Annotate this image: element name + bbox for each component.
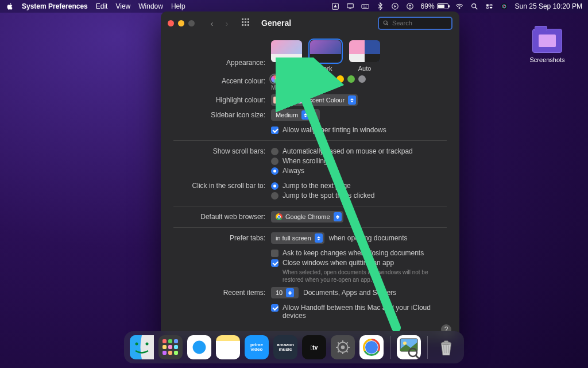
folder-icon [532, 29, 562, 53]
menubar-app-name[interactable]: System Preferences [22, 2, 88, 10]
spotlight-icon[interactable] [470, 2, 478, 10]
svg-rect-14 [489, 5, 492, 6]
accent-red[interactable] [315, 75, 322, 83]
svg-point-17 [501, 3, 507, 10]
battery-status[interactable]: 69% [421, 2, 448, 10]
svg-point-11 [471, 4, 475, 8]
svg-line-21 [387, 24, 388, 25]
control-center-icon[interactable] [485, 2, 493, 10]
click-scroll-label: Click in the scroll bar to: [173, 180, 271, 190]
svg-point-24 [136, 343, 138, 346]
dock-system-settings[interactable] [331, 335, 355, 359]
menubar: System Preferences Edit View Window Help… [0, 0, 588, 13]
back-button[interactable]: ‹ [206, 18, 218, 28]
menu-window[interactable]: Window [138, 2, 163, 10]
search-icon [382, 20, 389, 26]
dock-safari[interactable] [187, 335, 211, 359]
tabs-label: Prefer tabs: [173, 232, 271, 242]
svg-rect-13 [486, 5, 488, 6]
click-scroll-nextpage[interactable]: Jump to the next page [271, 182, 447, 190]
close-button[interactable] [168, 20, 174, 26]
appearance-label: Appearance: [173, 40, 271, 67]
accent-purple[interactable] [293, 75, 300, 83]
menu-help[interactable]: Help [171, 2, 185, 10]
accent-graphite[interactable] [358, 75, 366, 83]
keyboard-input-icon[interactable] [361, 2, 369, 10]
browser-label: Default web browser: [173, 211, 271, 221]
accent-orange[interactable] [326, 75, 333, 83]
forward-button[interactable]: › [221, 18, 233, 28]
dock-notes[interactable] [216, 335, 240, 359]
recent-suffix: Documents, Apps and Servers [303, 289, 396, 297]
recent-select[interactable]: 10 [271, 287, 299, 298]
menu-edit[interactable]: Edit [96, 2, 108, 10]
scrollbars-label: Show scroll bars: [173, 145, 271, 155]
svg-rect-44 [444, 341, 448, 343]
search-field[interactable] [378, 17, 452, 30]
apple-menu-icon[interactable] [6, 2, 14, 10]
wallpaper-tint-checkbox[interactable]: Allow wallpaper tinting in windows [271, 126, 447, 134]
appearance-option-auto[interactable]: Auto [349, 40, 380, 72]
dock-prime-video[interactable]: primevideo [245, 335, 269, 359]
accent-blue[interactable] [282, 75, 289, 83]
show-all-button[interactable] [242, 18, 251, 28]
svg-point-29 [341, 346, 345, 350]
accent-colors [271, 75, 447, 83]
preferences-window: ‹ › General Appearance: Light Dark Auto … [161, 12, 459, 340]
recent-label: Recent items: [173, 287, 271, 297]
dock-finder[interactable] [130, 335, 154, 359]
status-icon-1[interactable] [331, 2, 339, 10]
highlight-select[interactable]: Accent Colour [271, 94, 358, 106]
scrollbars-scrolling[interactable]: When scrolling [271, 157, 447, 165]
scrollbars-auto[interactable]: Automatically based on mouse or trackpad [271, 147, 447, 155]
svg-point-20 [384, 21, 387, 24]
svg-line-37 [338, 351, 339, 352]
dock-apple-tv[interactable]: tv [302, 335, 326, 359]
dock-divider-2 [427, 336, 428, 359]
display-icon[interactable] [346, 2, 354, 10]
folder-label: Screenshots [527, 56, 568, 63]
handoff-checkbox[interactable]: Allow Handoff between this Mac and your … [271, 304, 447, 320]
svg-rect-7 [363, 7, 366, 7]
svg-line-36 [346, 342, 348, 344]
accent-yellow[interactable] [336, 75, 344, 83]
ask-keep-checkbox[interactable]: Ask to keep changes when closing documen… [271, 249, 447, 257]
appearance-option-light[interactable]: Light [271, 40, 302, 72]
user-icon[interactable] [406, 2, 414, 10]
accent-pink[interactable] [304, 75, 311, 83]
appearance-option-dark[interactable]: Dark [310, 40, 341, 72]
accent-multicolor[interactable] [271, 75, 278, 83]
dock-launchpad[interactable] [158, 335, 183, 359]
chrome-icon [276, 213, 283, 220]
tabs-select[interactable]: in full screen [271, 232, 324, 244]
accent-label: Accent colour: [173, 75, 271, 85]
dock-preview[interactable] [397, 335, 421, 359]
dock-divider [390, 336, 390, 359]
menubar-datetime[interactable]: Sun 25 Sep 10:20 PM [515, 2, 582, 10]
battery-percent: 69% [421, 2, 435, 10]
now-playing-icon[interactable] [391, 2, 399, 10]
svg-rect-3 [361, 5, 368, 9]
tabs-suffix: when opening documents [329, 234, 408, 242]
siri-icon[interactable] [500, 2, 508, 10]
browser-select[interactable]: Google Chrome [271, 211, 343, 223]
click-scroll-spot[interactable]: Jump to the spot that's clicked [271, 191, 447, 200]
zoom-button[interactable] [188, 20, 195, 26]
accent-green[interactable] [347, 75, 355, 83]
bluetooth-icon[interactable] [376, 2, 384, 10]
search-input[interactable] [392, 20, 444, 26]
svg-line-35 [346, 351, 348, 352]
sidebar-size-select[interactable]: Medium [271, 109, 320, 121]
scrollbars-always[interactable]: Always [271, 167, 447, 175]
svg-line-12 [475, 7, 477, 10]
wifi-icon[interactable] [455, 2, 463, 10]
svg-point-4 [362, 6, 363, 6]
svg-point-10 [409, 5, 411, 6]
dock-amazon-music[interactable]: amazonmusic [273, 335, 297, 359]
dock-trash[interactable] [434, 335, 458, 359]
menu-view[interactable]: View [115, 2, 130, 10]
dock-chrome[interactable] [359, 335, 384, 359]
desktop-folder-screenshots[interactable]: Screenshots [527, 29, 568, 63]
minimize-button[interactable] [178, 20, 184, 26]
close-windows-checkbox[interactable]: Close windows when quitting an app [271, 259, 447, 267]
